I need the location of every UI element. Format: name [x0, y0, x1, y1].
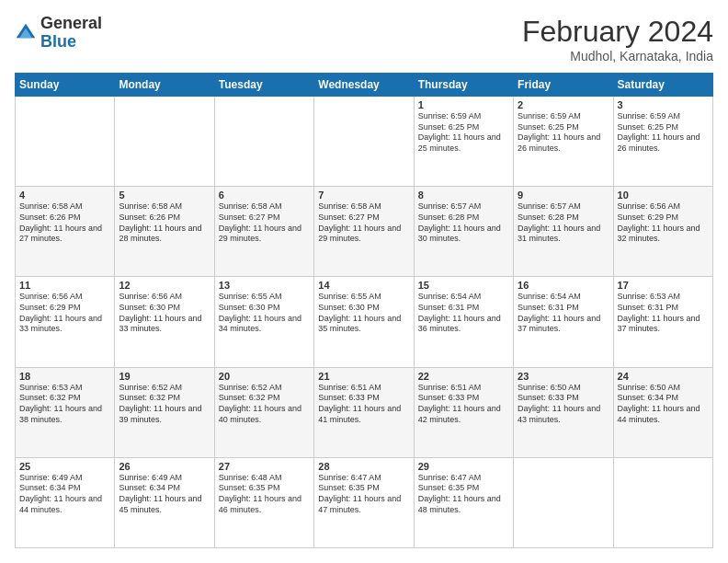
day-number: 18 — [19, 371, 110, 382]
calendar-cell: 8Sunrise: 6:57 AM Sunset: 6:28 PM Daylig… — [414, 187, 513, 277]
calendar-cell — [514, 457, 613, 547]
calendar-cell: 28Sunrise: 6:47 AM Sunset: 6:35 PM Dayli… — [314, 457, 414, 547]
day-number: 3 — [618, 99, 709, 110]
calendar-cell: 18Sunrise: 6:53 AM Sunset: 6:32 PM Dayli… — [16, 367, 115, 457]
calendar-cell — [314, 97, 414, 187]
calendar-cell: 9Sunrise: 6:57 AM Sunset: 6:28 PM Daylig… — [514, 187, 613, 277]
day-info: Sunrise: 6:59 AM Sunset: 6:25 PM Dayligh… — [618, 111, 709, 155]
weekday-header: Wednesday — [314, 74, 414, 97]
calendar-cell: 12Sunrise: 6:56 AM Sunset: 6:30 PM Dayli… — [115, 277, 214, 367]
calendar-cell: 17Sunrise: 6:53 AM Sunset: 6:31 PM Dayli… — [613, 277, 712, 367]
day-number: 2 — [518, 99, 609, 110]
day-info: Sunrise: 6:52 AM Sunset: 6:32 PM Dayligh… — [119, 383, 210, 426]
weekday-header: Saturday — [613, 74, 712, 97]
calendar-week-row: 18Sunrise: 6:53 AM Sunset: 6:32 PM Dayli… — [16, 367, 713, 457]
weekday-header: Monday — [115, 74, 214, 97]
main-title: February 2024 — [522, 15, 713, 49]
calendar-cell — [613, 457, 712, 547]
calendar-cell: 13Sunrise: 6:55 AM Sunset: 6:30 PM Dayli… — [214, 277, 313, 367]
calendar-cell: 27Sunrise: 6:48 AM Sunset: 6:35 PM Dayli… — [214, 457, 313, 547]
calendar-cell: 11Sunrise: 6:56 AM Sunset: 6:29 PM Dayli… — [16, 277, 115, 367]
calendar-week-row: 1Sunrise: 6:59 AM Sunset: 6:25 PM Daylig… — [16, 97, 713, 187]
calendar-week-row: 11Sunrise: 6:56 AM Sunset: 6:29 PM Dayli… — [16, 277, 713, 367]
day-info: Sunrise: 6:55 AM Sunset: 6:30 PM Dayligh… — [318, 292, 409, 335]
calendar-cell: 1Sunrise: 6:59 AM Sunset: 6:25 PM Daylig… — [414, 97, 513, 187]
day-number: 7 — [318, 190, 409, 201]
logo-blue: Blue — [40, 32, 76, 51]
day-number: 1 — [418, 99, 509, 110]
calendar-cell: 24Sunrise: 6:50 AM Sunset: 6:34 PM Dayli… — [613, 367, 712, 457]
day-number: 6 — [219, 190, 310, 201]
day-info: Sunrise: 6:51 AM Sunset: 6:33 PM Dayligh… — [318, 383, 409, 426]
day-info: Sunrise: 6:56 AM Sunset: 6:29 PM Dayligh… — [19, 292, 110, 335]
calendar-cell — [115, 97, 214, 187]
logo-text: General Blue — [40, 15, 102, 52]
day-info: Sunrise: 6:58 AM Sunset: 6:26 PM Dayligh… — [19, 201, 110, 245]
day-number: 27 — [219, 461, 310, 472]
day-number: 19 — [119, 371, 210, 382]
day-info: Sunrise: 6:55 AM Sunset: 6:30 PM Dayligh… — [219, 292, 310, 335]
calendar-cell: 23Sunrise: 6:50 AM Sunset: 6:33 PM Dayli… — [514, 367, 613, 457]
day-number: 11 — [19, 280, 110, 291]
calendar-header-row: SundayMondayTuesdayWednesdayThursdayFrid… — [16, 74, 713, 97]
day-info: Sunrise: 6:51 AM Sunset: 6:33 PM Dayligh… — [418, 383, 509, 426]
day-number: 13 — [219, 280, 310, 291]
calendar-cell: 2Sunrise: 6:59 AM Sunset: 6:25 PM Daylig… — [514, 97, 613, 187]
logo-icon — [15, 22, 37, 44]
day-info: Sunrise: 6:54 AM Sunset: 6:31 PM Dayligh… — [418, 292, 509, 335]
weekday-header: Sunday — [16, 74, 115, 97]
calendar-cell: 7Sunrise: 6:58 AM Sunset: 6:27 PM Daylig… — [314, 187, 414, 277]
day-number: 23 — [518, 371, 609, 382]
day-info: Sunrise: 6:53 AM Sunset: 6:32 PM Dayligh… — [19, 383, 110, 426]
page: General Blue February 2024 Mudhol, Karna… — [0, 0, 728, 563]
day-info: Sunrise: 6:52 AM Sunset: 6:32 PM Dayligh… — [219, 383, 310, 426]
day-info: Sunrise: 6:54 AM Sunset: 6:31 PM Dayligh… — [518, 292, 609, 335]
day-number: 10 — [618, 190, 709, 201]
header: General Blue February 2024 Mudhol, Karna… — [15, 15, 713, 63]
calendar-cell: 14Sunrise: 6:55 AM Sunset: 6:30 PM Dayli… — [314, 277, 414, 367]
day-info: Sunrise: 6:49 AM Sunset: 6:34 PM Dayligh… — [19, 473, 110, 516]
calendar-cell: 5Sunrise: 6:58 AM Sunset: 6:26 PM Daylig… — [115, 187, 214, 277]
weekday-header: Tuesday — [214, 74, 313, 97]
day-info: Sunrise: 6:53 AM Sunset: 6:31 PM Dayligh… — [618, 292, 709, 335]
calendar-cell: 22Sunrise: 6:51 AM Sunset: 6:33 PM Dayli… — [414, 367, 513, 457]
day-info: Sunrise: 6:47 AM Sunset: 6:35 PM Dayligh… — [318, 473, 409, 516]
day-info: Sunrise: 6:59 AM Sunset: 6:25 PM Dayligh… — [518, 111, 609, 155]
calendar-cell: 4Sunrise: 6:58 AM Sunset: 6:26 PM Daylig… — [16, 187, 115, 277]
day-number: 28 — [318, 461, 409, 472]
day-number: 24 — [618, 371, 709, 382]
calendar-cell: 16Sunrise: 6:54 AM Sunset: 6:31 PM Dayli… — [514, 277, 613, 367]
calendar-cell: 21Sunrise: 6:51 AM Sunset: 6:33 PM Dayli… — [314, 367, 414, 457]
day-number: 20 — [219, 371, 310, 382]
calendar-cell: 6Sunrise: 6:58 AM Sunset: 6:27 PM Daylig… — [214, 187, 313, 277]
day-info: Sunrise: 6:50 AM Sunset: 6:34 PM Dayligh… — [618, 383, 709, 426]
day-info: Sunrise: 6:47 AM Sunset: 6:35 PM Dayligh… — [418, 473, 509, 516]
day-number: 29 — [418, 461, 509, 472]
day-info: Sunrise: 6:57 AM Sunset: 6:28 PM Dayligh… — [518, 201, 609, 245]
logo: General Blue — [15, 15, 102, 52]
day-number: 4 — [19, 190, 110, 201]
title-block: February 2024 Mudhol, Karnataka, India — [522, 15, 713, 63]
day-info: Sunrise: 6:50 AM Sunset: 6:33 PM Dayligh… — [518, 383, 609, 426]
calendar-cell — [16, 97, 115, 187]
day-number: 14 — [318, 280, 409, 291]
day-number: 25 — [19, 461, 110, 472]
weekday-header: Friday — [514, 74, 613, 97]
calendar-cell: 19Sunrise: 6:52 AM Sunset: 6:32 PM Dayli… — [115, 367, 214, 457]
calendar-cell: 10Sunrise: 6:56 AM Sunset: 6:29 PM Dayli… — [613, 187, 712, 277]
day-info: Sunrise: 6:57 AM Sunset: 6:28 PM Dayligh… — [418, 201, 509, 245]
day-number: 16 — [518, 280, 609, 291]
day-number: 17 — [618, 280, 709, 291]
day-info: Sunrise: 6:59 AM Sunset: 6:25 PM Dayligh… — [418, 111, 509, 155]
calendar-cell: 3Sunrise: 6:59 AM Sunset: 6:25 PM Daylig… — [613, 97, 712, 187]
day-info: Sunrise: 6:56 AM Sunset: 6:29 PM Dayligh… — [618, 201, 709, 245]
day-info: Sunrise: 6:58 AM Sunset: 6:26 PM Dayligh… — [119, 201, 210, 245]
day-number: 8 — [418, 190, 509, 201]
day-number: 12 — [119, 280, 210, 291]
calendar-cell: 26Sunrise: 6:49 AM Sunset: 6:34 PM Dayli… — [115, 457, 214, 547]
day-number: 21 — [318, 371, 409, 382]
calendar-week-row: 4Sunrise: 6:58 AM Sunset: 6:26 PM Daylig… — [16, 187, 713, 277]
calendar-table: SundayMondayTuesdayWednesdayThursdayFrid… — [15, 73, 713, 548]
day-number: 9 — [518, 190, 609, 201]
calendar-cell: 25Sunrise: 6:49 AM Sunset: 6:34 PM Dayli… — [16, 457, 115, 547]
